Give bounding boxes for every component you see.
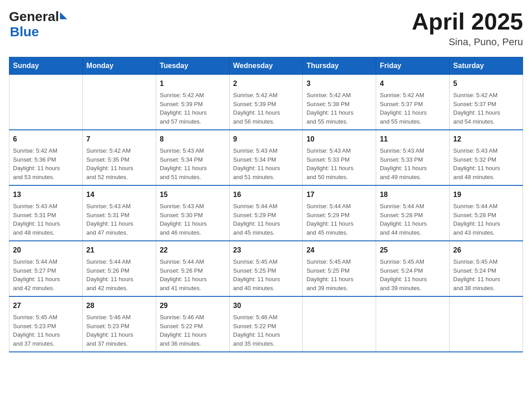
day-number: 15 [160,189,226,200]
calendar-cell: 20Sunrise: 5:44 AMSunset: 5:27 PMDayligh… [9,241,83,296]
day-info-line: Sunset: 5:29 PM [233,211,299,220]
day-number: 10 [306,134,372,145]
calendar-table: SundayMondayTuesdayWednesdayThursdayFrid… [9,57,523,352]
calendar-cell [9,75,83,130]
day-info-line: Sunrise: 5:44 AM [160,257,226,266]
day-info-line: Sunset: 5:32 PM [453,155,519,164]
day-info-line: Daylight: 11 hours [160,164,226,173]
day-info-line: Daylight: 11 hours [13,219,79,228]
day-number: 8 [160,134,226,145]
day-info-line: Daylight: 11 hours [380,108,446,117]
calendar-cell: 1Sunrise: 5:42 AMSunset: 5:39 PMDaylight… [156,75,229,130]
day-info-line: Sunrise: 5:43 AM [306,146,372,155]
calendar-week-row: 13Sunrise: 5:43 AMSunset: 5:31 PMDayligh… [9,185,523,241]
day-number: 6 [13,134,79,145]
day-info-line: and 55 minutes. [306,117,372,126]
day-info-line: and 46 minutes. [160,228,226,237]
day-info-line: Sunrise: 5:44 AM [306,202,372,211]
day-info-line: Sunset: 5:24 PM [380,266,446,275]
day-info-line: Sunrise: 5:43 AM [453,146,519,155]
calendar-day-header: Friday [376,57,450,75]
calendar-cell: 8Sunrise: 5:43 AMSunset: 5:34 PMDaylight… [156,130,229,185]
day-info-line: Sunrise: 5:44 AM [453,202,519,211]
day-info-line: Sunrise: 5:42 AM [233,91,299,100]
day-info-line: Sunrise: 5:42 AM [86,146,152,155]
calendar-cell [376,296,450,352]
day-info-line: Sunrise: 5:43 AM [86,202,152,211]
calendar-week-row: 27Sunrise: 5:45 AMSunset: 5:23 PMDayligh… [9,296,523,352]
calendar-day-header: Wednesday [229,57,303,75]
day-number: 27 [13,300,79,311]
day-info-line: Daylight: 11 hours [306,108,372,117]
day-info-line: Sunset: 5:23 PM [13,322,79,331]
day-number: 30 [233,300,299,311]
day-info-line: Sunrise: 5:44 AM [380,202,446,211]
logo: General Blue [9,9,67,39]
calendar-body: 1Sunrise: 5:42 AMSunset: 5:39 PMDaylight… [9,75,523,352]
calendar-cell: 30Sunrise: 5:46 AMSunset: 5:22 PMDayligh… [229,296,303,352]
day-number: 24 [306,245,372,256]
day-info-line: Daylight: 11 hours [160,275,226,284]
day-number: 2 [233,78,299,89]
day-info-line: Sunset: 5:30 PM [160,211,226,220]
day-info-line: Sunrise: 5:46 AM [86,313,152,322]
day-info-line: Daylight: 11 hours [306,164,372,173]
day-info-line: and 42 minutes. [86,284,152,293]
day-info-line: Sunrise: 5:44 AM [233,202,299,211]
page-header: General Blue April 2025 Sina, Puno, Peru [9,9,523,48]
day-info-line: and 57 minutes. [160,117,226,126]
day-info-line: Sunset: 5:34 PM [233,155,299,164]
day-info-line: Sunrise: 5:45 AM [13,313,79,322]
day-info-line: and 54 minutes. [453,117,519,126]
calendar-cell: 18Sunrise: 5:44 AMSunset: 5:28 PMDayligh… [376,185,450,241]
day-info-line: Sunrise: 5:43 AM [160,146,226,155]
day-info-line: Sunset: 5:26 PM [86,266,152,275]
day-info-line: Sunset: 5:29 PM [306,211,372,220]
day-info-line: Sunset: 5:31 PM [13,211,79,220]
day-number: 19 [453,189,519,200]
day-info-line: Daylight: 11 hours [306,275,372,284]
day-info-line: and 39 minutes. [380,284,446,293]
day-number: 1 [160,78,226,89]
calendar-header: SundayMondayTuesdayWednesdayThursdayFrid… [9,57,523,75]
day-info-line: Sunset: 5:24 PM [453,266,519,275]
day-info-line: and 50 minutes. [306,173,372,182]
day-info-line: Sunrise: 5:46 AM [160,313,226,322]
calendar-cell: 3Sunrise: 5:42 AMSunset: 5:38 PMDaylight… [303,75,376,130]
day-info-line: Sunrise: 5:43 AM [160,202,226,211]
day-number: 7 [86,134,152,145]
day-number: 28 [86,300,152,311]
calendar-week-row: 6Sunrise: 5:42 AMSunset: 5:36 PMDaylight… [9,130,523,185]
calendar-title: April 2025 [412,9,523,34]
day-info-line: and 47 minutes. [86,228,152,237]
day-info-line: and 43 minutes. [453,228,519,237]
day-info-line: Sunset: 5:36 PM [13,155,79,164]
day-info-line: Sunset: 5:27 PM [13,266,79,275]
day-info-line: Daylight: 11 hours [86,330,152,339]
day-info-line: Daylight: 11 hours [13,275,79,284]
day-info-line: Sunset: 5:26 PM [160,266,226,275]
day-info-line: and 56 minutes. [233,117,299,126]
calendar-cell [303,296,376,352]
day-info-line: Sunrise: 5:42 AM [453,91,519,100]
calendar-subtitle: Sina, Puno, Peru [412,36,523,48]
calendar-cell: 13Sunrise: 5:43 AMSunset: 5:31 PMDayligh… [9,185,83,241]
day-info-line: Sunrise: 5:45 AM [453,257,519,266]
day-info-line: Daylight: 11 hours [160,219,226,228]
day-info-line: and 40 minutes. [233,284,299,293]
day-number: 29 [160,300,226,311]
day-info-line: Daylight: 11 hours [233,275,299,284]
day-info-line: Daylight: 11 hours [380,164,446,173]
day-number: 23 [233,245,299,256]
day-number: 11 [380,134,446,145]
day-info-line: Sunset: 5:38 PM [306,100,372,109]
day-info-line: Daylight: 11 hours [86,164,152,173]
day-info-line: Sunrise: 5:43 AM [233,146,299,155]
day-info-line: and 44 minutes. [380,228,446,237]
calendar-header-row: SundayMondayTuesdayWednesdayThursdayFrid… [9,57,523,75]
day-info-line: Sunset: 5:34 PM [160,155,226,164]
day-info-line: and 39 minutes. [306,284,372,293]
day-info-line: Sunset: 5:39 PM [233,100,299,109]
day-info-line: Daylight: 11 hours [233,108,299,117]
day-number: 9 [233,134,299,145]
